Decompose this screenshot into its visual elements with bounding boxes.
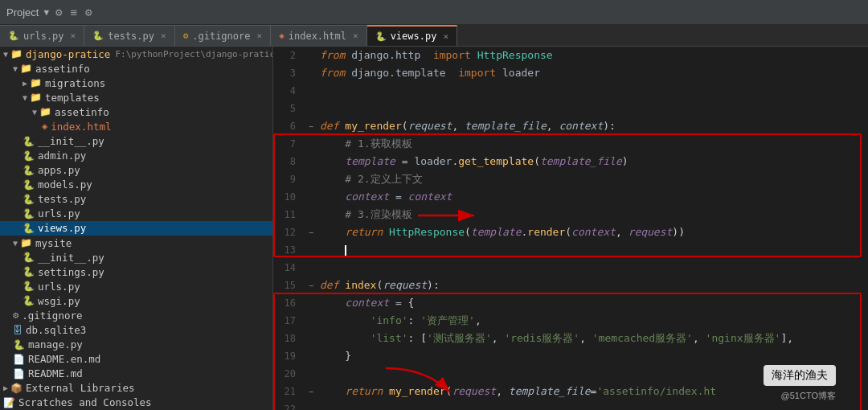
file-icon-tests: 🐍 (23, 194, 35, 205)
label-readme: README.md (28, 367, 83, 379)
tree-models-py[interactable]: 🐍 models.py (0, 178, 272, 192)
tree-readme[interactable]: 📄 README.md (0, 367, 272, 381)
code-line-17: 17 'info': '资产管理', (273, 312, 868, 330)
red-arrow-2 (378, 360, 474, 400)
tree-external-libraries[interactable]: ▶ 📦 External Libraries (0, 381, 272, 396)
file-icon-wsgi: 🐍 (23, 295, 35, 306)
tab-close-views[interactable]: × (443, 31, 448, 42)
code-editor[interactable]: 2 from django.http import HttpResponse 3… (273, 47, 868, 410)
code-line-16: 16 context = { (273, 294, 868, 312)
code-line-11: 11 # 3.渲染模板 (273, 206, 868, 223)
file-icon-index-html: ◈ (42, 121, 47, 132)
label-templates: templates (45, 92, 100, 104)
tree-urls-py[interactable]: 🐍 urls.py (0, 207, 272, 221)
tree-db-sqlite3[interactable]: 🗄 db.sqlite3 (0, 322, 272, 337)
tree-mysite-init[interactable]: 🐍 __init__.py (0, 250, 272, 264)
label-wsgi: wsgi.py (38, 295, 80, 307)
tab-label-tests: tests.py (108, 31, 154, 42)
label-views: views.py (38, 222, 86, 234)
tree-scratches[interactable]: 📝 Scratches and Consoles (0, 396, 272, 410)
folder-icon-external: 📦 (10, 383, 23, 394)
tree-mysite-urls[interactable]: 🐍 urls.py (0, 279, 272, 293)
tab-bar: 🐍 urls.py × 🐍 tests.py × ⚙ .gitignore × … (0, 24, 868, 47)
tab-icon-urls: 🐍 (8, 31, 19, 41)
gear-icon[interactable]: ⚙ (84, 6, 93, 18)
code-area: 2 from django.http import HttpResponse 3… (273, 47, 868, 410)
file-icon-readme-en: 📄 (13, 354, 25, 365)
code-line-5: 5 (273, 100, 868, 117)
tree-settings-py[interactable]: 🐍 settings.py (0, 264, 272, 279)
settings-icon[interactable]: ⚙ (54, 6, 63, 18)
code-line-8: 8 template = loader.get_template(templat… (273, 153, 868, 170)
tab-index-html[interactable]: ◈ index.html × (271, 25, 367, 46)
tree-templates[interactable]: ▼ 📁 templates (0, 90, 272, 105)
tab-close-html[interactable]: × (353, 31, 358, 41)
label-admin: admin.py (38, 150, 86, 162)
watermark-subtext: @51CTO博客 (781, 391, 836, 400)
tab-close-git[interactable]: × (257, 31, 263, 41)
label-external: External Libraries (26, 382, 134, 394)
folder-icon-templates: 📁 (30, 92, 42, 103)
watermark: 海洋的渔夫 (764, 365, 836, 386)
code-line-4: 4 (273, 82, 868, 100)
tree-index-html[interactable]: ◈ index.html (0, 119, 272, 133)
tab-label-views: views.py (391, 31, 437, 42)
tab-icon-html: ◈ (279, 31, 285, 41)
watermark-sub: @51CTO博客 (781, 390, 836, 402)
tab-gitignore[interactable]: ⚙ .gitignore × (175, 25, 272, 46)
tree-gitignore[interactable]: ⚙ .gitignore (0, 308, 272, 322)
main-area: ▼ 📁 django-pratice F:\pythonProject\djan… (0, 47, 868, 410)
folder-icon-assetinfo: 📁 (20, 63, 32, 74)
file-icon-scratches: 📝 (3, 397, 15, 408)
label-migrations: migrations (45, 77, 105, 89)
tab-close-tests[interactable]: × (161, 31, 166, 41)
tree-wsgi-py[interactable]: 🐍 wsgi.py (0, 293, 272, 308)
file-icon-manage: 🐍 (13, 339, 25, 351)
label-gitignore: .gitignore (22, 310, 82, 322)
file-icon-views: 🐍 (23, 223, 35, 234)
tree-readme-en[interactable]: 📄 README.en.md (0, 352, 272, 367)
label-mysite-init: __init__.py (38, 252, 104, 264)
folder-icon-root: 📁 (10, 48, 23, 59)
folder-icon-mysite: 📁 (20, 237, 32, 248)
project-path: F:\pythonProject\django-pratice (115, 49, 273, 59)
tree-manage-py[interactable]: 🐍 manage.py (0, 338, 272, 352)
project-dropdown-icon[interactable]: ▼ (43, 7, 49, 18)
tree-tests-py[interactable]: 🐍 tests.py (0, 192, 272, 207)
label-scratches: Scratches and Consoles (18, 396, 152, 408)
tree-init-py[interactable]: 🐍 __init__.py (0, 133, 272, 148)
label-templates-assetinfo: assetinfo (55, 106, 109, 118)
top-bar: Project ▼ ⚙ ≡ ⚙ (0, 0, 868, 24)
tree-apps-py[interactable]: 🐍 apps.py (0, 163, 272, 178)
label-db: db.sqlite3 (26, 324, 86, 336)
tab-tests-py[interactable]: 🐍 tests.py × (84, 25, 174, 46)
label-mysite: mysite (35, 237, 72, 249)
code-line-18: 18 'list': ['测试服务器', 'redis服务器', 'memcac… (273, 330, 868, 347)
tree-views-py[interactable]: 🐍 views.py (0, 221, 272, 236)
label-settings: settings.py (38, 266, 104, 278)
code-line-10: 10 context = context (273, 188, 868, 206)
tab-close-urls[interactable]: × (71, 31, 76, 41)
tab-label-urls: urls.py (23, 31, 64, 42)
arrow-mysite: ▼ (13, 239, 18, 248)
tree-assetinfo[interactable]: ▼ 📁 assetinfo (0, 61, 272, 76)
tree-templates-assetinfo[interactable]: ▼ 📁 assetinfo (0, 105, 272, 119)
arrow-assetinfo: ▼ (13, 64, 18, 73)
tree-root[interactable]: ▼ 📁 django-pratice F:\pythonProject\djan… (0, 47, 272, 61)
tab-urls-py[interactable]: 🐍 urls.py × (0, 25, 84, 46)
arrow-migrations: ▶ (23, 79, 27, 88)
tree-migrations[interactable]: ▶ 📁 migrations (0, 76, 272, 90)
top-bar-left: Project ▼ ⚙ ≡ ⚙ (6, 6, 280, 18)
code-line-15: 15 − def index(request): (273, 277, 868, 294)
tree-admin-py[interactable]: 🐍 admin.py (0, 149, 272, 163)
label-apps: apps.py (38, 164, 80, 176)
tab-views-py[interactable]: 🐍 views.py × (367, 25, 457, 46)
label-init: __init__.py (38, 135, 104, 147)
label-assetinfo: assetinfo (35, 63, 90, 75)
menu-icon[interactable]: ≡ (69, 6, 79, 18)
file-icon-init: 🐍 (23, 136, 35, 147)
tree-mysite[interactable]: ▼ 📁 mysite (0, 236, 272, 250)
sidebar: ▼ 📁 django-pratice F:\pythonProject\djan… (0, 47, 273, 410)
file-icon-mysite-init: 🐍 (23, 252, 35, 263)
code-line-13: 13 (273, 241, 868, 259)
